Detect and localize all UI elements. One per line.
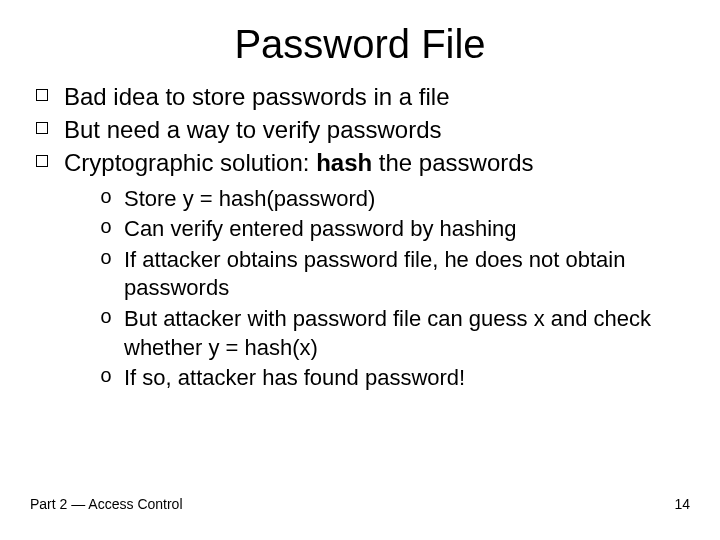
letter-o-icon: o bbox=[100, 364, 112, 390]
main-item: Cryptographic solution: hash the passwor… bbox=[30, 147, 690, 178]
footer-left: Part 2 — Access Control bbox=[30, 496, 183, 512]
main-item-text: Bad idea to store passwords in a file bbox=[64, 83, 450, 110]
sub-item-text: Can verify entered password by hashing bbox=[124, 216, 517, 241]
letter-o-icon: o bbox=[100, 246, 112, 272]
sub-item: o But attacker with password file can gu… bbox=[100, 305, 690, 362]
slide: Password File Bad idea to store password… bbox=[0, 0, 720, 540]
sub-bullet-list: o Store y = hash(password) o Can verify … bbox=[30, 185, 690, 393]
letter-o-icon: o bbox=[100, 305, 112, 331]
page-number: 14 bbox=[674, 496, 690, 512]
sub-item-text: If attacker obtains password file, he do… bbox=[124, 247, 625, 301]
main-item: Bad idea to store passwords in a file bbox=[30, 81, 690, 112]
hollow-square-icon bbox=[36, 122, 48, 134]
main-item-text: But need a way to verify passwords bbox=[64, 116, 442, 143]
em-dash-icon: — bbox=[71, 496, 85, 512]
main-item: But need a way to verify passwords bbox=[30, 114, 690, 145]
slide-footer: Part 2 — Access Control 14 bbox=[30, 496, 690, 512]
main-item-prefix: Cryptographic solution: bbox=[64, 149, 316, 176]
sub-item: o Store y = hash(password) bbox=[100, 185, 690, 214]
sub-item: o If so, attacker has found password! bbox=[100, 364, 690, 393]
sub-item-text: If so, attacker has found password! bbox=[124, 365, 465, 390]
hollow-square-icon bbox=[36, 155, 48, 167]
hollow-square-icon bbox=[36, 89, 48, 101]
sub-item-text: But attacker with password file can gues… bbox=[124, 306, 651, 360]
letter-o-icon: o bbox=[100, 185, 112, 211]
main-item-suffix: the passwords bbox=[372, 149, 533, 176]
sub-item: o If attacker obtains password file, he … bbox=[100, 246, 690, 303]
main-item-bold: hash bbox=[316, 149, 372, 176]
slide-title: Password File bbox=[30, 22, 690, 67]
footer-left-suffix: Access Control bbox=[85, 496, 182, 512]
footer-left-prefix: Part 2 bbox=[30, 496, 71, 512]
sub-item: o Can verify entered password by hashing bbox=[100, 215, 690, 244]
sub-item-text: Store y = hash(password) bbox=[124, 186, 375, 211]
main-bullet-list: Bad idea to store passwords in a file Bu… bbox=[30, 81, 690, 179]
letter-o-icon: o bbox=[100, 215, 112, 241]
